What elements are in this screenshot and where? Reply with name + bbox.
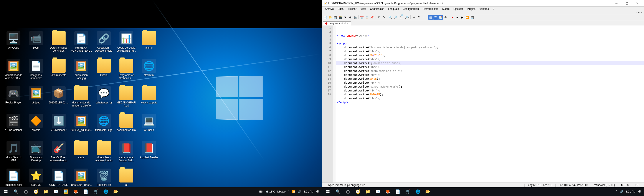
menu-item[interactable]: Plugins [465,7,477,11]
doc-map-icon[interactable]: ▦ [428,15,433,20]
status-insert-mode[interactable]: INS [632,183,642,187]
menu-item[interactable]: Codificación [368,7,386,11]
zoom-out-icon[interactable]: 🔎- [405,15,410,20]
taskbar-app[interactable]: 📁 [363,187,373,196]
tray-notifications-icon[interactable]: 💬 [638,190,642,193]
desktop-icon[interactable]: documentos de imagen y diseño [70,85,92,113]
file-tab[interactable]: programa.html ✕ [323,21,351,26]
task-view-icon[interactable]: ▢ [343,187,353,196]
search-icon[interactable]: 🔍 [333,187,343,196]
tray-weather[interactable]: ☁️ 11°C Nublado [265,190,286,193]
replace-icon[interactable]: 🔎 [393,15,398,20]
tray-wifi-icon[interactable]: 📶 [292,190,295,193]
desktop-icon[interactable]: ⬇️VDownloader [47,113,70,140]
save-icon[interactable]: 💾 [333,15,338,20]
tray-notifications-icon[interactable]: 💬 [316,190,320,193]
taskbar-app[interactable]: ✉️ [51,187,61,196]
desktop-icon[interactable]: 🖼️publicacion face.jpg [70,58,92,85]
cut-icon[interactable]: ✂️ [360,15,364,20]
desktop-icon[interactable]: 📹Zoom [25,31,47,58]
desktop-icon[interactable]: 💻Git Bash [138,113,160,140]
menu-item[interactable]: ? [491,7,496,11]
menu-item[interactable]: Lenguaje [386,7,400,11]
desktop-icon[interactable]: 🔶draw.io [25,113,47,140]
desktop-icon[interactable]: 🖼️otr.jpeg [25,85,47,113]
tray-chevron-icon[interactable]: ˄ [616,190,617,193]
play-macro-icon[interactable]: ▶ [460,15,465,20]
desktop-icon[interactable]: videos bar - Acceso directo [92,140,115,168]
desktop-icon[interactable]: 🎬aTube Catcher [2,113,25,140]
desktop-icon[interactable]: 📺Streamlabs Desktop [25,140,47,168]
status-encoding[interactable]: UTF-8 [618,183,632,187]
menu-item[interactable]: Archivo [323,7,336,11]
tray-time[interactable]: 8:21 PM [304,190,314,193]
tray-lang[interactable]: ES [259,190,263,193]
taskbar-app[interactable]: 🧭 [353,187,363,196]
maximize-button[interactable]: ▢ [622,0,632,7]
zoom-in-icon[interactable]: 🔎+ [400,15,404,20]
desktop-icon[interactable]: 🌐html.html [138,58,160,85]
play-multi-icon[interactable]: ⏩ [465,15,470,20]
status-eol[interactable]: Windows (CR LF) [591,183,618,187]
menu-item[interactable]: Ejecutar [452,7,465,11]
menu-item[interactable]: Configuración [401,7,420,11]
search-icon[interactable]: 🔍 [11,187,21,196]
func-list-icon[interactable]: ☰ [433,15,438,20]
tab-close-icon[interactable]: ✕ [347,22,349,25]
save-all-icon[interactable]: 🗃️ [338,15,343,20]
monitor-icon[interactable]: 👁 [443,15,448,20]
toolbar-extra[interactable]: + ▼ ✕ [636,11,643,14]
desktop-icon[interactable]: carta [70,140,92,168]
desktop-icon[interactable]: 🎸FretsOnFire - Acceso directo [47,140,70,168]
desktop-icon[interactable]: MECANOGRAFIA 10 [115,85,138,113]
desktop-icon[interactable]: 🖼️538964_436000... [70,113,92,140]
redo-icon[interactable]: ↷ [381,15,386,20]
indent-guide-icon[interactable]: ⫶ [422,15,426,20]
menu-item[interactable]: Herramientas [421,7,440,11]
desktop-icon[interactable]: 📊Copia de Copia de REGRISTR... [115,31,138,58]
taskbar-app[interactable]: 🛒 [91,187,101,196]
desktop-icon[interactable]: 🖥️AnyDesk [2,31,25,58]
code-content[interactable]: <meta charset="UTF-8"> <script> document… [336,26,644,182]
start-button[interactable] [323,187,333,196]
desktop-icon[interactable]: 📄PRIMERA HOJAASISTENC... [70,31,92,58]
desktop-icon[interactable]: Programas e Grabacion ... [115,58,138,85]
desktop-icon[interactable]: Gisela [92,58,115,85]
taskbar-app[interactable]: 🦊 [71,187,81,196]
close-button[interactable]: ✕ [632,0,642,7]
taskbar-app[interactable]: 📄 [393,187,403,196]
desktop-icon[interactable]: Nueva carpeta [138,85,160,113]
taskbar-app[interactable]: 📁 [41,187,51,196]
menu-item[interactable]: Buscar [346,7,358,11]
desktop-icon[interactable]: 📕carta laboral Osacar Sal... [115,140,138,168]
copy-icon[interactable]: 📋 [364,15,369,20]
menu-item[interactable]: Vista [359,7,368,11]
desktop-icon[interactable]: documentos TIC [115,113,138,140]
desktop-icon[interactable]: 📦901065185-01-... [47,85,70,113]
menu-item[interactable]: Macro [440,7,451,11]
tray-volume-icon[interactable]: 🔊 [298,190,301,193]
taskbar-app[interactable]: 🛒 [403,187,413,196]
taskbar-app[interactable]: 📂 [423,187,433,196]
fold-margin[interactable] [333,26,336,182]
taskbar-app[interactable]: 🦊 [383,187,393,196]
start-button[interactable] [1,187,11,196]
show-chars-icon[interactable]: ¶ [416,15,421,20]
menu-item[interactable]: Ventana [478,7,491,11]
tray-link-icon[interactable]: 🔗 [620,190,623,193]
close-file-icon[interactable]: ✖ [343,15,348,20]
tray-time[interactable]: 8:21 PM [626,190,636,193]
taskbar-app[interactable]: 🧭 [31,187,41,196]
task-view-icon[interactable]: ▢ [21,187,31,196]
taskbar-app[interactable]: 📄 [81,187,91,196]
taskbar-app[interactable]: 📂 [111,187,121,196]
desktop-icon[interactable]: 2Permanente [47,58,70,85]
undo-icon[interactable]: ↶ [376,15,381,20]
new-file-icon[interactable]: 📄 [323,15,328,20]
paste-icon[interactable]: 📌 [370,15,374,20]
tray-chevron-icon[interactable]: ˄ [288,190,290,193]
desktop-icon[interactable]: 🎵Music Search MP3 [2,140,25,168]
taskbar-app[interactable]: 🌐 [101,187,111,196]
taskbar-app[interactable]: 🌐 [413,187,423,196]
wrap-icon[interactable]: ↩ [412,15,416,20]
